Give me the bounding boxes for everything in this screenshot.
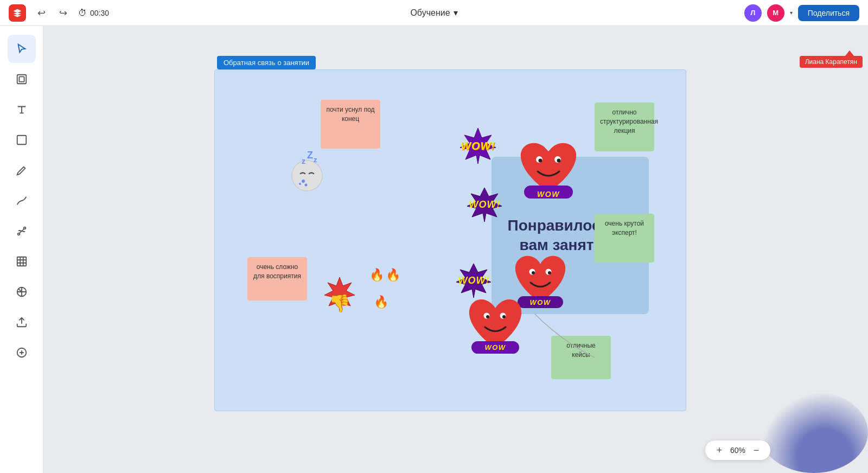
canvas-area[interactable]: Обратная связь о занятии Лиана Карапетян… (43, 26, 868, 473)
svg-point-35 (486, 315, 489, 318)
embed-tool[interactable] (8, 278, 36, 306)
whiteboard[interactable]: Понравилось ли вам занятие? почти уснул … (214, 69, 686, 411)
upload-tool[interactable] (8, 308, 36, 336)
avatar-m[interactable]: М (767, 4, 784, 22)
redo-button[interactable]: ↪ (54, 4, 72, 22)
timer-badge: ⏱ 00:30 (78, 8, 109, 18)
svg-point-3 (17, 233, 20, 235)
svg-point-12 (302, 180, 305, 183)
pen-tool[interactable] (8, 156, 36, 184)
frame-tool[interactable] (8, 65, 36, 93)
svg-point-14 (305, 184, 308, 187)
svg-point-4 (23, 227, 25, 229)
feedback-tag[interactable]: Обратная связь о занятии (217, 56, 316, 69)
table-tool[interactable] (8, 247, 36, 276)
curve-tool[interactable] (8, 187, 36, 215)
zoom-controls: + 60% − (705, 440, 770, 460)
svg-point-30 (548, 271, 551, 274)
flame-1: 🔥 (369, 268, 384, 282)
sidebar (0, 26, 43, 473)
logo-button[interactable] (9, 4, 26, 22)
sticky-note-5[interactable]: отличные кейсы (551, 336, 611, 379)
bottom-decoration (760, 392, 868, 473)
svg-rect-0 (17, 75, 26, 84)
avatar-dropdown-icon[interactable]: ▾ (790, 10, 793, 16)
header-right: Л М ▾ Поделиться (744, 4, 859, 22)
svg-point-13 (299, 183, 301, 185)
svg-text:WOW: WOW (484, 343, 506, 351)
zoom-out-button[interactable]: − (750, 444, 763, 457)
document-title[interactable]: Обучение ▾ (410, 8, 457, 18)
wow-burst-3[interactable]: WOW! (451, 263, 497, 300)
sticky-note-2[interactable]: отлично структурированная лекция (595, 103, 654, 151)
sticky-note-4[interactable]: очень крутой эксперт! (595, 214, 654, 263)
add-tool[interactable] (8, 338, 36, 367)
flame-3: 🔥 (374, 295, 388, 309)
avatar-l[interactable]: Л (744, 4, 762, 22)
sticky-note-3[interactable]: очень сложно для восприятия (247, 257, 307, 301)
svg-text:WOW!: WOW! (469, 199, 501, 210)
timer-icon: ⏱ (78, 8, 87, 18)
heart-wow-sticker-3[interactable]: WOW (467, 295, 524, 360)
main-area: Обратная связь о занятии Лиана Карапетян… (0, 26, 868, 473)
svg-point-23 (539, 159, 542, 163)
svg-rect-5 (17, 257, 26, 266)
header: ↩ ↪ ⏱ 00:30 Обучение ▾ Л М ▾ Поделиться (0, 0, 868, 26)
svg-text:WOW!: WOW! (458, 275, 490, 286)
svg-point-36 (502, 315, 506, 318)
wow-burst-1[interactable]: WOW! (454, 127, 502, 167)
svg-point-8 (292, 161, 322, 191)
thumbs-down-sticker[interactable]: 👎 (315, 276, 364, 332)
svg-text:Z: Z (307, 150, 313, 161)
svg-text:WOW!: WOW! (461, 140, 495, 152)
svg-text:👎: 👎 (329, 293, 350, 314)
undo-button[interactable]: ↩ (33, 4, 50, 22)
user-cursor-tag: Лиана Карапетян (800, 56, 863, 68)
title-dropdown-icon: ▾ (454, 8, 458, 18)
connection-tool[interactable] (8, 217, 36, 245)
share-button[interactable]: Поделиться (798, 5, 859, 21)
header-nav: ↩ ↪ (33, 4, 72, 22)
sleeping-moon-sticker[interactable]: z Z z (285, 149, 329, 199)
cursor-arrow (845, 50, 854, 56)
svg-point-24 (557, 159, 561, 163)
heart-wow-sticker-1[interactable]: WOW (519, 138, 578, 202)
svg-rect-2 (17, 136, 26, 145)
svg-text:WOW: WOW (537, 190, 560, 199)
zoom-in-button[interactable]: + (713, 444, 726, 457)
sticky-note-1[interactable]: почти уснул под конец (321, 100, 380, 149)
zoom-level: 60% (730, 446, 745, 455)
flame-2: 🔥 (386, 268, 400, 282)
svg-point-29 (532, 271, 535, 274)
timer-value: 00:30 (90, 9, 109, 17)
text-tool[interactable] (8, 95, 36, 124)
select-tool[interactable] (8, 35, 36, 63)
wow-burst-2[interactable]: WOW! (462, 187, 508, 224)
svg-text:z: z (314, 156, 317, 164)
svg-text:WOW: WOW (529, 298, 551, 306)
shape-tool[interactable] (8, 126, 36, 154)
svg-rect-1 (19, 76, 24, 81)
svg-text:z: z (302, 157, 305, 165)
